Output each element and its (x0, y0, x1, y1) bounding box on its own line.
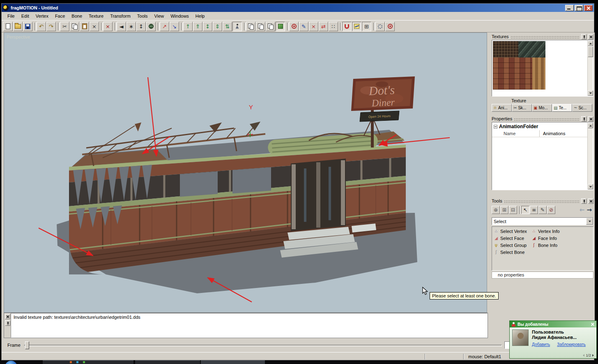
taskbar-button[interactable] (43, 360, 133, 364)
toolbar-button-remove[interactable]: × (103, 22, 113, 31)
toolbar-button-move-x[interactable]: ↑ (183, 22, 193, 31)
toolbar-button-bone-settings[interactable] (375, 22, 385, 31)
toolbar-button-pencil[interactable]: ✎ (299, 22, 308, 31)
toolbar-button-magnet-select[interactable] (342, 22, 352, 31)
toolbar-button-knife[interactable]: × (309, 22, 318, 31)
add-link[interactable]: Добавить (532, 342, 550, 347)
menu-vertex[interactable]: Vertex (32, 13, 52, 19)
menu-view[interactable]: View (151, 13, 168, 19)
close-icon[interactable] (588, 198, 593, 204)
notification-pager[interactable]: 1/2 (583, 353, 594, 357)
toolbar-button-extrude[interactable]: ↗ (160, 22, 169, 31)
menu-transform[interactable]: Transform (107, 13, 134, 19)
toolbar-button-remove-bone[interactable]: ⊟ (509, 206, 517, 214)
properties-panel-titlebar[interactable]: Properties (492, 115, 593, 122)
pin-icon[interactable] (581, 116, 586, 122)
toolbar-button-textured-view[interactable] (276, 22, 285, 31)
close-icon[interactable] (588, 34, 593, 39)
chevron-down-icon[interactable] (586, 218, 593, 225)
toolbar-button-animation-graph[interactable] (352, 22, 361, 31)
texture-thumbnail[interactable] (493, 41, 545, 90)
taskbar-icon[interactable] (76, 361, 78, 363)
toolbar-button-inset[interactable]: ↘ (170, 22, 179, 31)
nav-next-icon[interactable]: → (586, 206, 592, 214)
tab-texture[interactable]: ▤Te... (552, 104, 572, 112)
menu-texture[interactable]: Texture (85, 13, 107, 19)
toolbar-button-rotate-wheel[interactable] (289, 22, 299, 31)
toolbar-button-hierarchy[interactable]: ≡ (530, 206, 538, 214)
pager-next-icon[interactable] (592, 354, 594, 357)
toolbar-button-weld[interactable]: ∗ (126, 22, 136, 31)
toolbar-button-mirror[interactable]: ◄ (117, 22, 126, 31)
toolbar-button-mirror-axes[interactable]: ⇄ (319, 22, 328, 31)
properties-scrollbar[interactable] (587, 123, 593, 189)
toolbar-button-delete-tool[interactable]: ⊘ (547, 206, 555, 214)
toolbar-button-undo[interactable]: ↶ (37, 22, 46, 31)
toolbar-button-duplicate-3[interactable] (266, 22, 275, 31)
toolbar-button-move-y[interactable]: ⇑ (193, 22, 202, 31)
tool-select-group[interactable]: ψSelect Group (494, 242, 527, 249)
tool-select-face[interactable]: ◢Select Face (494, 235, 527, 242)
tab-script[interactable]: ~Sc... (572, 104, 592, 112)
menu-file[interactable]: File (4, 13, 18, 19)
collapse-icon[interactable] (494, 125, 497, 129)
textures-scrollbar[interactable] (587, 41, 593, 96)
menu-bone[interactable]: Bone (68, 13, 85, 19)
toolbar-button-new[interactable] (3, 22, 13, 31)
start-button[interactable] (5, 361, 17, 364)
scroll-up-icon[interactable] (588, 123, 593, 128)
tool-bone-info[interactable]: ʃBone Info (531, 242, 560, 249)
pin-icon[interactable] (581, 198, 586, 204)
minimize-button[interactable] (565, 5, 574, 11)
toolbar-button-duplicate-1[interactable] (246, 22, 255, 31)
menu-tools[interactable]: Tools (134, 13, 151, 19)
toolbar-button-select-tool[interactable]: ↖ (521, 206, 529, 214)
menu-edit[interactable]: Edit (18, 13, 32, 19)
menu-face[interactable]: Face (52, 13, 68, 19)
toolbar-button-delete[interactable]: × (90, 22, 99, 31)
toolbar-button-move-z[interactable]: ↕ (203, 22, 212, 31)
pin-icon[interactable] (581, 34, 586, 39)
toolbar-button-move-all[interactable]: ⇕ (213, 22, 222, 31)
tool-vertex-info[interactable]: ∴Vertex Info (531, 228, 560, 235)
toolbar-button-edit[interactable]: ✎ (538, 206, 547, 214)
tab-skeleton[interactable]: ✂Sk... (512, 104, 532, 112)
scroll-thumb[interactable] (588, 46, 593, 57)
toolbar-button-snap[interactable]: ⇅ (223, 22, 232, 31)
notification-header[interactable]: Вы добавлены (510, 321, 596, 327)
animation-folder-node[interactable]: AnimationFolder (492, 122, 593, 130)
frame-slider-track[interactable] (24, 345, 502, 346)
pin-icon[interactable] (5, 320, 10, 326)
tool-mode-dropdown[interactable]: Select (492, 217, 593, 225)
scroll-down-icon[interactable] (588, 90, 593, 96)
toolbar-button-open[interactable] (13, 22, 23, 31)
toolbar-button-redo[interactable]: ↷ (46, 22, 56, 31)
menu-windows[interactable]: Windows (167, 13, 192, 19)
toolbar-button-duplicate-2[interactable] (256, 22, 265, 31)
textures-panel-titlebar[interactable]: Textures (492, 33, 593, 40)
toolbar-button-subdivide[interactable] (146, 22, 156, 31)
toolbar-button-copy[interactable] (70, 22, 79, 31)
scroll-down-icon[interactable] (588, 184, 593, 189)
tab-animation[interactable]: ☼Ani... (492, 104, 512, 112)
close-icon[interactable] (5, 314, 10, 319)
toolbar-button-save[interactable] (23, 22, 32, 31)
close-icon[interactable] (590, 322, 595, 327)
nav-prev-icon[interactable]: ← (580, 206, 585, 214)
toolbar-button-paste[interactable] (80, 22, 89, 31)
taskbar-icon[interactable] (70, 361, 72, 363)
title-bar[interactable]: fragMOTION - Untitled (2, 4, 594, 12)
toolbar-button-grid-snap[interactable]: ∷ (329, 22, 338, 31)
menu-help[interactable]: Help (192, 13, 208, 19)
scroll-up-icon[interactable] (588, 41, 593, 46)
tool-select-vertex[interactable]: ∴Select Vertex (494, 228, 527, 235)
pager-prev-icon[interactable] (583, 354, 584, 357)
taskbar-button[interactable] (135, 360, 200, 364)
toolbar-button-flip[interactable]: ↕ (136, 22, 146, 31)
close-icon[interactable] (588, 116, 593, 122)
taskbar-button[interactable] (201, 360, 265, 364)
toolbar-button-table-view[interactable]: ⊞ (362, 22, 371, 31)
maximize-button[interactable] (575, 5, 583, 11)
tab-model[interactable]: ▣Mo... (532, 104, 552, 112)
block-link[interactable]: Заблокировать (557, 342, 586, 347)
